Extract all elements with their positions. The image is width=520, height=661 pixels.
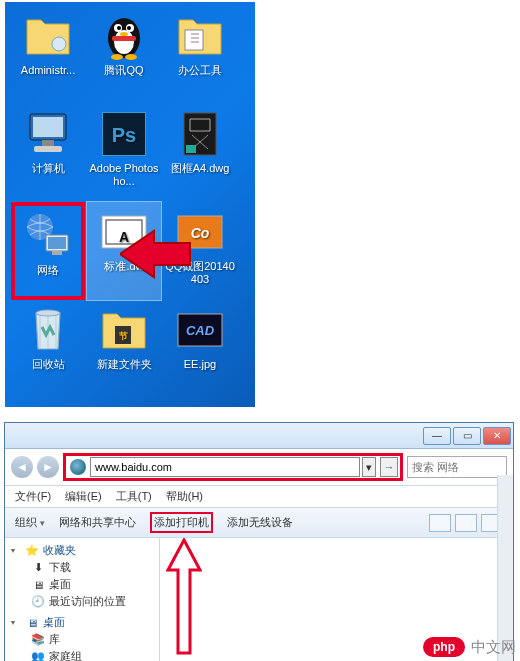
windows-desktop: Administr... 腾讯QQ 办公工具 计算机 Ps Adobe	[5, 2, 255, 407]
vertical-scrollbar[interactable]	[497, 475, 513, 661]
desktop-icon-ee-jpg[interactable]: CAD EE.jpg	[163, 300, 237, 398]
sidebar-favorites[interactable]: ⭐收藏夹	[11, 542, 159, 559]
toolbar-view-controls	[429, 514, 503, 532]
desktop-icon-label: 回收站	[32, 358, 65, 371]
desktop-icon-label: Adobe Photosho...	[89, 162, 159, 188]
command-toolbar: 组织 网络和共享中心 添加打印机 添加无线设备	[5, 508, 513, 538]
desktop-icon-label: 腾讯QQ	[104, 64, 143, 77]
annotation-arrow-up	[166, 538, 202, 658]
toolbar-view-button[interactable]	[429, 514, 451, 532]
desktop-icon-network[interactable]: 网络	[11, 202, 85, 300]
desktop-icon-label: 新建文件夹	[97, 358, 152, 371]
desktop-icon: 🖥	[25, 616, 39, 630]
computer-icon	[24, 110, 72, 158]
svg-point-5	[117, 26, 121, 30]
menu-file[interactable]: 文件(F)	[15, 489, 51, 504]
address-dropdown-button[interactable]: ▾	[362, 457, 376, 477]
library-icon: 📚	[31, 633, 45, 647]
desktop-icon-recycle-bin[interactable]: 回收站	[11, 300, 85, 398]
desktop-icon-computer[interactable]: 计算机	[11, 104, 85, 202]
folder-icon	[176, 12, 224, 60]
svg-rect-10	[112, 36, 136, 41]
desktop-icon-label: 图框A4.dwg	[171, 162, 230, 175]
star-icon: ⭐	[25, 544, 39, 558]
watermark-brand: php	[423, 637, 465, 657]
menu-help[interactable]: 帮助(H)	[166, 489, 203, 504]
desktop-icon-label: 网络	[37, 264, 59, 277]
svg-point-6	[127, 26, 131, 30]
svg-point-8	[111, 54, 123, 60]
network-icon	[24, 212, 72, 260]
nav-forward-button[interactable]: ►	[37, 456, 59, 478]
desktop-icon-label: QQ截图20140403	[165, 260, 235, 286]
desktop-icon-administrator[interactable]: Administr...	[11, 6, 85, 104]
desktop-icon-screenshot[interactable]: Co QQ截图20140403	[163, 202, 237, 300]
desktop-icon-label: Administr...	[21, 64, 75, 77]
dwg-thumbnail: A	[100, 208, 148, 256]
download-icon: ⬇	[31, 561, 45, 575]
desktop-icon-photoshop[interactable]: Ps Adobe Photosho...	[87, 104, 161, 202]
toolbar-organize[interactable]: 组织	[15, 515, 45, 530]
window-maximize-button[interactable]: ▭	[453, 427, 481, 445]
desktop-icon: 🖥	[31, 578, 45, 592]
desktop-icon-grid: Administr... 腾讯QQ 办公工具 计算机 Ps Adobe	[11, 6, 255, 398]
navigation-pane: ⭐收藏夹 ⬇下载 🖥桌面 🕘最近访问的位置 🖥桌面 📚库 👥家庭组 👤Admin…	[5, 538, 160, 661]
menu-bar: 文件(F) 编辑(E) 工具(T) 帮助(H)	[5, 486, 513, 508]
address-go-button[interactable]: →	[380, 457, 398, 477]
desktop-icon-label: 办公工具	[178, 64, 222, 77]
sidebar-downloads[interactable]: ⬇下载	[11, 559, 159, 576]
menu-edit[interactable]: 编辑(E)	[65, 489, 102, 504]
desktop-icon-label: 标准.dw	[104, 260, 143, 273]
image-thumbnail-icon: Co	[176, 208, 224, 256]
svg-text:Ps: Ps	[112, 124, 136, 146]
desktop-icon-dwg-file[interactable]: 图框A4.dwg	[163, 104, 237, 202]
svg-point-29	[36, 310, 60, 316]
nav-back-button[interactable]: ◄	[11, 456, 33, 478]
svg-rect-22	[48, 237, 66, 249]
photoshop-icon: Ps	[100, 110, 148, 158]
toolbar-add-printer[interactable]: 添加打印机	[150, 512, 213, 533]
desktop-icon-office-tools[interactable]: 办公工具	[163, 6, 237, 104]
desktop-icon-label: 计算机	[32, 162, 65, 175]
desktop-icon-label: EE.jpg	[184, 358, 216, 371]
recent-icon: 🕘	[31, 595, 45, 609]
svg-rect-13	[33, 117, 63, 137]
sidebar-desktop-group[interactable]: 🖥桌面	[11, 614, 159, 631]
toolbar-network-center[interactable]: 网络和共享中心	[59, 515, 136, 530]
window-controls: — ▭ ✕	[423, 427, 511, 445]
network-globe-icon	[70, 459, 86, 475]
sidebar-desktop[interactable]: 🖥桌面	[11, 576, 159, 593]
sidebar-homegroup[interactable]: 👥家庭组	[11, 648, 159, 661]
address-bar-highlighted: ▾ →	[63, 453, 403, 481]
sidebar-libraries[interactable]: 📚库	[11, 631, 159, 648]
desktop-icon-new-folder[interactable]: 节 新建文件夹	[87, 300, 161, 398]
desktop-icon-dwg-standard[interactable]: A 标准.dw	[87, 202, 161, 300]
toolbar-add-wireless[interactable]: 添加无线设备	[227, 515, 293, 530]
watermark-text: 中文网	[471, 638, 516, 657]
dwg-file-icon	[176, 110, 224, 158]
sidebar-recent[interactable]: 🕘最近访问的位置	[11, 593, 159, 610]
watermark: php 中文网	[423, 637, 516, 657]
window-close-button[interactable]: ✕	[483, 427, 511, 445]
svg-rect-23	[52, 251, 62, 255]
toolbar-preview-button[interactable]	[455, 514, 477, 532]
search-input[interactable]	[407, 456, 507, 478]
svg-rect-14	[42, 140, 54, 146]
svg-rect-11	[185, 30, 203, 50]
desktop-icon-qq[interactable]: 腾讯QQ	[87, 6, 161, 104]
qq-penguin-icon	[100, 12, 148, 60]
svg-rect-19	[186, 145, 196, 153]
explorer-window: — ▭ ✕ ◄ ► ▾ → 文件(F) 编辑(E) 工具(T) 帮助(H) 组织…	[4, 422, 514, 661]
svg-marker-35	[168, 540, 200, 653]
menu-tools[interactable]: 工具(T)	[116, 489, 152, 504]
user-folder-icon	[24, 12, 72, 60]
svg-text:节: 节	[118, 331, 128, 341]
window-titlebar[interactable]: — ▭ ✕	[5, 423, 513, 449]
window-minimize-button[interactable]: —	[423, 427, 451, 445]
svg-text:A: A	[119, 229, 129, 245]
cad-thumbnail-icon: CAD	[176, 306, 224, 354]
svg-point-0	[52, 37, 66, 51]
navigation-bar: ◄ ► ▾ →	[5, 449, 513, 486]
address-input[interactable]	[90, 457, 360, 477]
homegroup-icon: 👥	[31, 650, 45, 662]
